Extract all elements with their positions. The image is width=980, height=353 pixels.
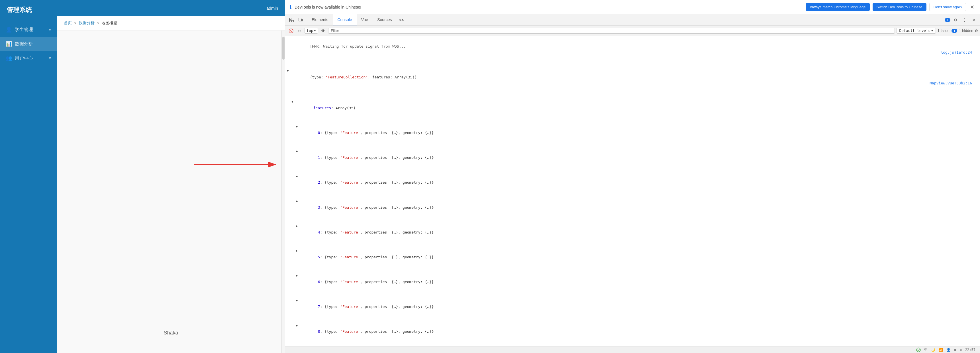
expand-icon[interactable]: ▼: [287, 69, 289, 73]
lang-indicator[interactable]: 中: [924, 347, 928, 352]
console-hidden-label: 1 hidden: [959, 29, 973, 33]
settings-icon[interactable]: ⚙: [951, 16, 959, 24]
app-container: 管理系统 👤 学生管理 ∨ 📊 数据分析 👥 用户中心 ∨ admin: [0, 0, 980, 353]
shaka-label: Shaka: [164, 330, 178, 336]
main-area: admin 首页 > 数据分析 > 地图概览: [57, 0, 285, 353]
console-line-item-2: ▶ 2: {type: 'Feature', properties: {…}, …: [285, 168, 980, 192]
tab-more[interactable]: >>: [396, 14, 407, 26]
console-line-item-8: ▶ 8: {type: 'Feature', properties: {…}, …: [285, 316, 980, 341]
breadcrumb-data[interactable]: 数据分析: [79, 21, 95, 26]
devtools-toolbar-right: 1 ⚙ ⋮ ✕: [942, 16, 980, 24]
hmr-text: [HMR] Waiting for update signal from WDS…: [310, 44, 406, 48]
devtools-tabs-toolbar: Elements Console Vue Sources >> 1 ⚙ ⋮ ✕: [285, 14, 980, 26]
console-line-item-4: ▶ 4: {type: 'Feature', properties: {…}, …: [285, 217, 980, 242]
settings-status-icon: ⚙: [960, 348, 962, 352]
devtools-panel: ℹ DevTools is now available in Chinese! …: [285, 0, 980, 353]
console-line-item-6: ▶ 6: {type: 'Feature', properties: {…}, …: [285, 267, 980, 291]
item-4-expand-icon[interactable]: ▶: [296, 224, 298, 229]
sidebar: 管理系统 👤 学生管理 ∨ 📊 数据分析 👥 用户中心 ∨: [0, 0, 57, 353]
console-line-feature-collection: ▼ {type: 'FeatureCollection', features: …: [285, 62, 980, 93]
item-5-expand-icon[interactable]: ▶: [296, 248, 298, 254]
student-icon: 👤: [6, 27, 12, 33]
item-2-expand-icon[interactable]: ▶: [296, 174, 298, 179]
header: admin: [57, 0, 285, 16]
svg-rect-5: [299, 18, 301, 21]
preserve-log-icon[interactable]: ⊙: [296, 27, 303, 34]
chevron-down-icon-user: ∨: [49, 56, 51, 60]
console-line-item-7: ▶ 7: {type: 'Feature', properties: {…}, …: [285, 292, 980, 316]
chevron-down-levels-icon: ▾: [931, 29, 933, 33]
close-devtools-icon[interactable]: ✕: [970, 16, 978, 24]
switch-devtools-button[interactable]: Switch DevTools to Chinese: [873, 3, 926, 11]
dont-show-button[interactable]: Don't show again: [929, 3, 966, 11]
breadcrumb: 首页 > 数据分析 > 地图概览: [57, 16, 285, 30]
notification-text: DevTools is now available in Chinese!: [294, 5, 803, 10]
item-1-expand-icon[interactable]: ▶: [296, 149, 298, 154]
item-3-expand-icon[interactable]: ▶: [296, 199, 298, 204]
user-icon: 👥: [6, 55, 12, 61]
item-8-expand-icon[interactable]: ▶: [296, 323, 298, 328]
console-context-select[interactable]: top ▾: [305, 28, 318, 34]
tab-elements[interactable]: Elements: [307, 14, 333, 26]
person-icon: 👤: [947, 348, 951, 352]
moon-icon: 🌙: [931, 348, 935, 352]
tab-vue[interactable]: Vue: [357, 14, 372, 26]
console-issue-container: 1 Issue: 1: [937, 29, 958, 33]
tab-console[interactable]: Console: [333, 14, 356, 26]
devtools-notification: ℹ DevTools is now available in Chinese! …: [285, 0, 980, 14]
item-6-expand-icon[interactable]: ▶: [296, 273, 298, 278]
console-issue-label: 1 Issue:: [937, 29, 951, 33]
devtools-toolbar-left: [285, 16, 307, 24]
hmr-link[interactable]: log.js?1afd:24: [941, 50, 972, 56]
console-line-item-0: ▶ 0: {type: 'Feature', properties: {…}, …: [285, 118, 980, 142]
wifi-icon: 📶: [939, 348, 943, 352]
breadcrumb-sep-1: >: [74, 21, 76, 26]
sidebar-item-label-user: 用户中心: [15, 55, 33, 61]
console-line-hmr: [HMR] Waiting for update signal from WDS…: [285, 37, 980, 62]
devtools-status-bar: 中 🌙 📶 👤 ▦ ⚙ 22:57: [285, 346, 980, 353]
tab-sources[interactable]: Sources: [372, 14, 396, 26]
console-top-label: top: [307, 29, 313, 33]
feature-collection-link[interactable]: MapView.vue?33b2:16: [929, 80, 972, 86]
device-toggle-icon[interactable]: [297, 16, 305, 24]
status-bar-indicators: 中 🌙 📶 👤 ▦ ⚙ 22:57: [916, 347, 975, 352]
console-line-item-9: ▶ 9: {type: 'Feature', properties: {…}, …: [285, 341, 980, 346]
scroll-thumb[interactable]: [282, 37, 285, 59]
breadcrumb-sep-2: >: [97, 21, 99, 26]
more-options-icon[interactable]: ⋮: [961, 16, 969, 24]
sidebar-item-label-student: 学生管理: [15, 27, 33, 33]
console-toolbar: 🚫 ⊙ top ▾ 👁 Default levels ▾ 1 Issue: 1 …: [285, 26, 980, 36]
console-content[interactable]: [HMR] Waiting for update signal from WDS…: [285, 36, 980, 346]
eye-icon[interactable]: 👁: [320, 27, 326, 34]
console-issue-badge: 1: [951, 29, 957, 33]
sidebar-item-user[interactable]: 👥 用户中心 ∨: [0, 51, 57, 65]
breadcrumb-map: 地图概览: [102, 21, 118, 26]
table-icon: ▦: [954, 348, 956, 352]
features-expand-icon[interactable]: ▼: [291, 99, 293, 104]
console-line-item-5: ▶ 5: {type: 'Feature', properties: {…}, …: [285, 242, 980, 267]
console-levels-select[interactable]: Default levels ▾: [897, 28, 935, 34]
console-line-features-prop: ▼ features: Array(35): [285, 93, 980, 118]
header-user: admin: [266, 6, 278, 11]
item-0-expand-icon[interactable]: ▶: [296, 124, 298, 129]
item-7-expand-icon[interactable]: ▶: [296, 298, 298, 303]
sidebar-item-label-data: 数据分析: [15, 41, 33, 47]
scrollbar[interactable]: [282, 30, 285, 353]
svg-rect-2: [290, 18, 291, 20]
console-filter-input[interactable]: [328, 28, 895, 34]
chevron-down-icon: ∨: [49, 28, 51, 32]
toolbar-badge: 1: [945, 18, 950, 22]
sidebar-item-student[interactable]: 👤 学生管理 ∨: [0, 22, 57, 37]
sidebar-logo: 管理系统: [0, 0, 57, 20]
always-match-button[interactable]: Always match Chrome's language: [806, 3, 869, 11]
breadcrumb-home[interactable]: 首页: [64, 21, 72, 26]
data-icon: 📊: [6, 41, 12, 47]
close-notification-button[interactable]: ✕: [969, 4, 975, 10]
inspect-element-icon[interactable]: [288, 16, 296, 24]
sidebar-item-data[interactable]: 📊 数据分析: [0, 37, 57, 51]
console-settings-icon[interactable]: ⚙: [975, 28, 978, 34]
clear-console-icon[interactable]: 🚫: [288, 27, 294, 34]
info-icon: ℹ: [290, 4, 292, 10]
content-body: Shaka: [57, 30, 285, 353]
svg-rect-4: [290, 20, 291, 22]
